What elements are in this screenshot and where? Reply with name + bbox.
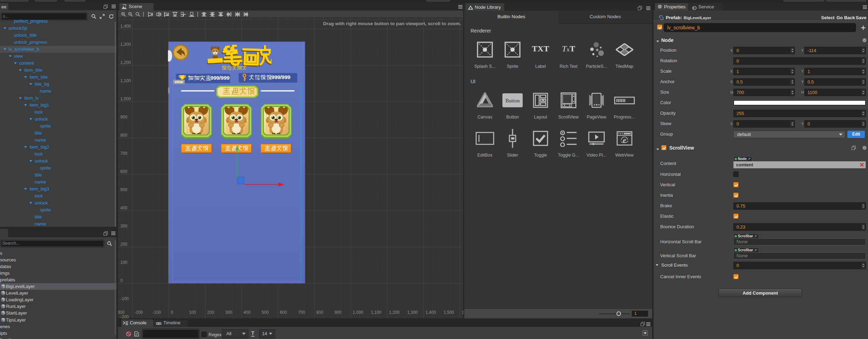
svg-text:Button: Button <box>506 98 520 103</box>
